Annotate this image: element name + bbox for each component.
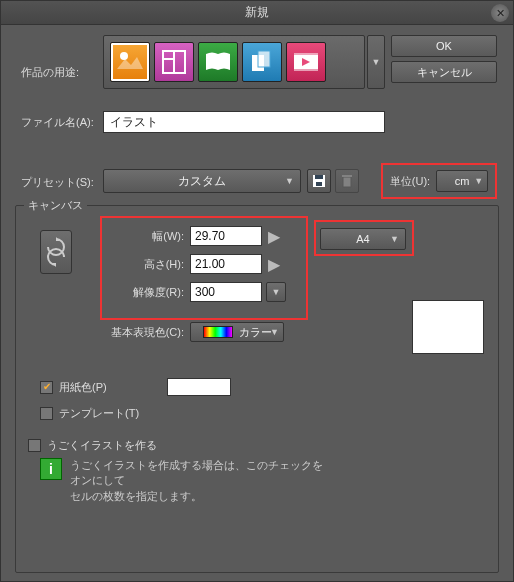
purpose-selector — [103, 35, 365, 89]
info-text: うごくイラストを作成する場合は、このチェックをオンにして セルの枚数を指定します… — [70, 458, 330, 504]
orientation-button[interactable] — [40, 230, 72, 274]
purpose-comic-icon[interactable] — [154, 42, 194, 82]
template-label: テンプレート(T) — [59, 406, 139, 421]
trash-icon — [341, 174, 353, 188]
filename-label: ファイル名(A): — [21, 115, 94, 130]
purpose-animation-icon[interactable] — [286, 42, 326, 82]
new-dialog: 新規 ✕ OK キャンセル 作品の用途: ▼ ファイル名(A): — [0, 0, 514, 582]
paper-color-checkbox[interactable] — [40, 381, 53, 394]
svg-rect-9 — [294, 69, 318, 71]
save-preset-button[interactable] — [307, 169, 331, 193]
rotate-icon — [46, 237, 66, 267]
paper-color-swatch[interactable] — [167, 378, 231, 396]
preset-value: カスタム — [178, 173, 226, 190]
template-checkbox[interactable] — [40, 407, 53, 420]
svg-rect-14 — [342, 175, 352, 177]
size-preset-value: A4 — [356, 233, 369, 245]
chevron-down-icon: ▼ — [474, 176, 483, 186]
resolution-label: 解像度(R): — [108, 285, 184, 300]
svg-rect-12 — [316, 182, 322, 186]
cancel-button[interactable]: キャンセル — [391, 61, 497, 83]
size-preset-dropdown[interactable]: A4 ▼ — [320, 228, 406, 250]
delete-preset-button[interactable] — [335, 169, 359, 193]
colormode-label: 基本表現色(C): — [90, 325, 184, 340]
unit-value: cm — [455, 175, 470, 187]
color-swatch-icon — [203, 326, 233, 338]
resolution-input[interactable] — [190, 282, 262, 302]
paper-color-label: 用紙色(P) — [59, 380, 107, 395]
svg-rect-13 — [343, 177, 351, 187]
width-input[interactable] — [190, 226, 262, 246]
preset-dropdown[interactable]: カスタム ▼ — [103, 169, 301, 193]
purpose-label: 作品の用途: — [21, 65, 79, 80]
colormode-dropdown[interactable]: カラー ▼ — [190, 322, 284, 342]
chevron-down-icon: ▼ — [390, 234, 399, 244]
resolution-dropdown[interactable]: ▼ — [266, 282, 286, 302]
canvas-group: キャンバス 幅(W): ▶ 高さ(H): ▶ — [15, 205, 499, 573]
animation-label: うごくイラストを作る — [47, 438, 157, 453]
unit-dropdown[interactable]: cm ▼ — [436, 170, 488, 192]
chevron-down-icon: ▼ — [372, 57, 381, 67]
unit-label: 単位(U): — [390, 174, 430, 189]
animation-checkbox[interactable] — [28, 439, 41, 452]
purpose-dropdown[interactable]: ▼ — [367, 35, 385, 89]
svg-point-0 — [120, 52, 128, 60]
info-icon: i — [40, 458, 62, 480]
chevron-down-icon: ▼ — [272, 287, 281, 297]
chevron-down-icon: ▼ — [285, 176, 294, 186]
canvas-group-title: キャンバス — [24, 198, 87, 213]
purpose-multipage-icon[interactable] — [242, 42, 282, 82]
titlebar: 新規 ✕ — [1, 1, 513, 25]
svg-rect-8 — [294, 53, 318, 55]
floppy-icon — [312, 174, 326, 188]
ok-button[interactable]: OK — [391, 35, 497, 57]
height-slider-button[interactable]: ▶ — [266, 254, 282, 274]
window-title: 新規 — [245, 4, 269, 21]
svg-rect-5 — [258, 51, 270, 67]
close-button[interactable]: ✕ — [491, 4, 509, 22]
filename-input[interactable] — [103, 111, 385, 133]
height-label: 高さ(H): — [108, 257, 184, 272]
colormode-value: カラー — [239, 325, 272, 340]
svg-rect-11 — [315, 175, 323, 179]
purpose-illustration-icon[interactable] — [110, 42, 150, 82]
width-label: 幅(W): — [108, 229, 184, 244]
preset-label: プリセット(S): — [21, 175, 94, 190]
chevron-down-icon: ▼ — [270, 327, 279, 337]
purpose-book-icon[interactable] — [198, 42, 238, 82]
height-input[interactable] — [190, 254, 262, 274]
width-slider-button[interactable]: ▶ — [266, 226, 282, 246]
unit-highlight: 単位(U): cm ▼ — [381, 163, 497, 199]
canvas-preview — [412, 300, 484, 354]
